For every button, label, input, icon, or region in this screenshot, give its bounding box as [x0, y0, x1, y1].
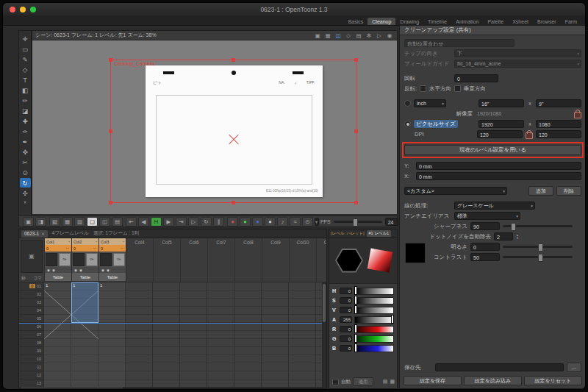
- fps-value[interactable]: 24: [385, 218, 398, 226]
- tab-xsheet[interactable]: Xsheet: [508, 18, 533, 25]
- auto-apply-checkbox[interactable]: [332, 379, 339, 385]
- eye-icon[interactable]: ◉: [74, 268, 77, 272]
- delete-preset-button[interactable]: 削除: [556, 186, 581, 196]
- pixel-width-field[interactable]: 1920: [478, 120, 524, 128]
- brightness-field[interactable]: 0: [470, 243, 500, 251]
- xsheet-empty-column[interactable]: Col11: [317, 238, 326, 282]
- safe-area-icon[interactable]: ▥: [74, 217, 85, 227]
- xsheet-empty-column[interactable]: Col10: [290, 238, 317, 282]
- cutter-tool[interactable]: ✂: [20, 157, 31, 167]
- tab-palette[interactable]: Palette: [483, 18, 508, 25]
- xsheet-horizontal-scrollbar[interactable]: [19, 387, 326, 389]
- xsheet-empty-column[interactable]: Col7: [208, 238, 235, 282]
- tab-timeline[interactable]: Timeline: [423, 18, 451, 25]
- loop-button[interactable]: ↻: [201, 217, 212, 227]
- camstand-toggle-icon[interactable]: ◉: [79, 268, 82, 272]
- frame-row-header[interactable]: 04: [19, 307, 43, 315]
- channel-value-field[interactable]: 0: [340, 307, 352, 313]
- channel-value-field[interactable]: 255: [340, 316, 352, 323]
- camera-handle[interactable]: [354, 58, 358, 62]
- contrast-field[interactable]: 50: [470, 253, 500, 261]
- frame-row-header[interactable]: 06: [19, 323, 43, 331]
- xsheet-cells[interactable]: 1 1 1: [44, 282, 322, 387]
- rotate-tool[interactable]: ↻: [20, 178, 31, 188]
- style-picker-tool[interactable]: ✑: [20, 126, 31, 136]
- flip-horizontal-checkbox[interactable]: [420, 85, 426, 92]
- tab-cleanup[interactable]: Cleanup: [368, 18, 395, 25]
- cell-selection[interactable]: [71, 282, 98, 323]
- apply-button[interactable]: 適用: [353, 377, 373, 386]
- frame-row-header[interactable]: 12: [19, 371, 43, 379]
- channel-value-field[interactable]: 0: [340, 297, 352, 304]
- color-g gradient-swatch[interactable]: [368, 249, 392, 273]
- white-background-icon[interactable]: ▢: [87, 217, 98, 227]
- level-name[interactable]: Table: [72, 273, 98, 281]
- frame-row-header[interactable]: 10: [19, 355, 43, 363]
- lock-icon[interactable]: ▪: [69, 240, 70, 243]
- frame-row-header[interactable]: 0 01: [19, 282, 43, 291]
- reset-settings-button[interactable]: 設定をリセット: [524, 376, 582, 385]
- pixel-size-radio[interactable]: [404, 121, 411, 127]
- frame-row-header[interactable]: 03: [19, 299, 43, 307]
- flip-vertical-checkbox[interactable]: [454, 85, 461, 92]
- control-point-tool[interactable]: ✜: [20, 147, 31, 157]
- sharpness-field[interactable]: 90: [470, 222, 500, 230]
- unit-combo[interactable]: inch▾: [414, 99, 446, 107]
- safe-area-icon[interactable]: ▣: [313, 32, 322, 39]
- last-frame-button[interactable]: ⇥: [176, 217, 187, 227]
- dpi-y-field[interactable]: 120: [536, 130, 581, 138]
- aspect-lock-icon[interactable]: [574, 112, 581, 118]
- camera-view-icon[interactable]: ▤: [354, 32, 363, 39]
- column-config-icon[interactable]: ▪▪: [66, 246, 70, 250]
- first-frame-button[interactable]: ⇤: [126, 217, 137, 227]
- browse-button[interactable]: ...: [567, 363, 581, 372]
- save-in-field[interactable]: [435, 363, 564, 371]
- Col3[interactable]: Col3▪ 0▪▪ ✑ ◉◉ Table: [99, 238, 126, 282]
- Col2[interactable]: Col2▪ 0▪▪ ✑ ◉◉ Table: [72, 238, 99, 282]
- column-thumbnail[interactable]: [46, 253, 57, 266]
- channel-slider[interactable]: [354, 326, 394, 333]
- xsheet-tab[interactable]: 0623-1 ✕: [21, 230, 48, 238]
- close-icon[interactable]: ✕: [41, 232, 45, 236]
- eraser-tool[interactable]: ◪: [20, 106, 31, 115]
- camera-handle[interactable]: [109, 58, 112, 62]
- snapshot-icon[interactable]: ▣: [23, 217, 34, 227]
- preview-icon[interactable]: ▷: [375, 32, 384, 39]
- sharpness-slider[interactable]: [503, 225, 573, 227]
- channel-value-field[interactable]: 0: [340, 345, 352, 352]
- pixel-height-field[interactable]: 1080: [536, 120, 581, 128]
- palette-page-tab[interactable]: #1 レベル1: [367, 230, 392, 237]
- eye-icon[interactable]: ◉: [47, 268, 50, 272]
- frame-row-header[interactable]: 07: [19, 331, 43, 339]
- column-thumbnail[interactable]: [73, 253, 85, 266]
- blue-channel-icon[interactable]: ●: [252, 217, 263, 227]
- brightness-slider[interactable]: [503, 246, 573, 248]
- channel-value-field[interactable]: 0: [340, 335, 352, 342]
- channel-slider[interactable]: [354, 288, 394, 295]
- dpi-x-field[interactable]: 120: [477, 130, 523, 138]
- tab-animation[interactable]: Animation: [451, 18, 483, 25]
- pause-button[interactable]: ∥: [213, 217, 224, 227]
- channel-slider[interactable]: [354, 345, 394, 352]
- geometric-tool[interactable]: ◇: [20, 65, 31, 74]
- camera-handle[interactable]: [354, 129, 358, 133]
- frame-row-header[interactable]: 02: [19, 291, 43, 299]
- histogram-icon[interactable]: ≈: [290, 217, 301, 227]
- camstand-view-icon[interactable]: ◫: [334, 32, 343, 39]
- toolbar-scroll-icon[interactable]: ▾: [19, 199, 31, 204]
- camera-height-field[interactable]: 9": [536, 99, 581, 107]
- red-channel-icon[interactable]: ●: [227, 217, 238, 227]
- despeckle-stepper[interactable]: ▲▼: [516, 234, 519, 239]
- antialias-combo[interactable]: 標準▾: [454, 212, 520, 220]
- matte-channel-icon[interactable]: ●: [265, 217, 276, 227]
- camera-handle[interactable]: [232, 58, 235, 62]
- play-button[interactable]: ▷: [188, 217, 199, 227]
- frame-row-header[interactable]: 08: [19, 339, 43, 347]
- column-config-icon[interactable]: ▪▪: [121, 246, 124, 250]
- sub-camera-preview-icon[interactable]: ◉: [385, 32, 394, 39]
- prev-frame-button[interactable]: ◀: [138, 217, 149, 227]
- fps-slider[interactable]: [334, 221, 382, 223]
- tab-drawing[interactable]: Drawing: [395, 18, 423, 25]
- tape-tool[interactable]: ✚: [20, 116, 31, 126]
- current-frame-indicator[interactable]: H: [151, 217, 162, 227]
